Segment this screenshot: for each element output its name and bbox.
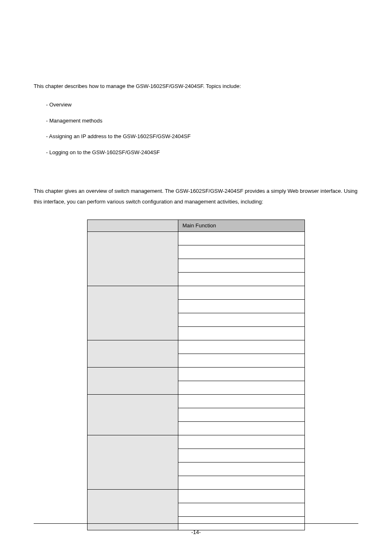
function-cell: [178, 435, 305, 449]
table-header-main-function: Main Function: [178, 220, 305, 231]
table-row: [88, 231, 305, 245]
table-row: [88, 394, 305, 408]
page-number: -14-: [0, 529, 392, 535]
overview-paragraph: This chapter gives an overview of switch…: [34, 186, 358, 207]
table-row: [88, 340, 305, 354]
footer-rule: [34, 523, 358, 524]
function-cell: [178, 354, 305, 367]
category-cell: [88, 489, 178, 530]
table-row: [88, 286, 305, 299]
category-cell: [88, 367, 178, 394]
category-cell: [88, 394, 178, 435]
main-function-table: Main Function: [87, 220, 305, 530]
function-cell: [178, 394, 305, 408]
function-cell: [178, 367, 305, 381]
function-cell: [178, 503, 305, 516]
category-cell: [88, 435, 178, 489]
bullet-overview: - Overview: [46, 101, 358, 109]
function-cell: [178, 245, 305, 259]
category-cell: [88, 286, 178, 340]
topic-bullets: - Overview - Management methods - Assign…: [34, 101, 358, 157]
function-cell: [178, 489, 305, 503]
function-cell: [178, 408, 305, 421]
function-cell: [178, 259, 305, 272]
category-cell: [88, 231, 178, 286]
function-cell: [178, 421, 305, 435]
function-cell: [178, 231, 305, 245]
table-row: [88, 489, 305, 503]
table-header-category: [88, 220, 178, 231]
function-cell: [178, 476, 305, 489]
category-cell: [88, 340, 178, 367]
table-row: [88, 435, 305, 449]
bullet-assign-ip: - Assigning an IP address to the GSW-160…: [46, 132, 358, 141]
function-cell: [178, 462, 305, 476]
table-row: [88, 367, 305, 381]
function-cell: [178, 326, 305, 340]
function-cell: [178, 272, 305, 286]
chapter-intro: This chapter describes how to manage the…: [34, 82, 358, 91]
document-page: This chapter describes how to manage the…: [0, 0, 392, 555]
function-cell: [178, 449, 305, 462]
function-cell: [178, 286, 305, 299]
function-cell: [178, 381, 305, 394]
function-cell: [178, 313, 305, 326]
function-cell: [178, 340, 305, 354]
function-cell: [178, 299, 305, 313]
table-header-row: Main Function: [88, 220, 305, 231]
bullet-mgmt-methods: - Management methods: [46, 117, 358, 125]
bullet-logging-on: - Logging on to the GSW-1602SF/GSW-2404S…: [46, 148, 358, 157]
